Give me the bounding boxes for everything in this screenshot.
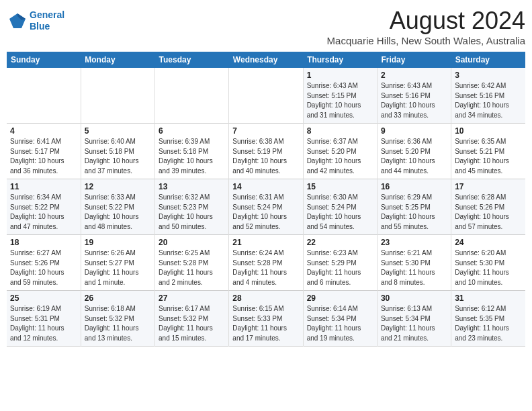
day-detail: Sunrise: 6:24 AM Sunset: 5:28 PM Dayligh… [232,248,299,287]
weekday-header-friday: Friday [377,52,451,68]
calendar-week-row: 18Sunrise: 6:27 AM Sunset: 5:26 PM Dayli… [7,235,525,291]
calendar-body: 1Sunrise: 6:43 AM Sunset: 5:15 PM Daylig… [7,68,525,347]
day-detail: Sunrise: 6:18 AM Sunset: 5:32 PM Dayligh… [85,304,151,343]
month-title: August 2024 [327,7,525,35]
calendar-cell: 6Sunrise: 6:39 AM Sunset: 5:18 PM Daylig… [155,124,229,179]
calendar-cell: 4Sunrise: 6:41 AM Sunset: 5:17 PM Daylig… [7,124,81,179]
day-detail: Sunrise: 6:38 AM Sunset: 5:19 PM Dayligh… [232,137,299,176]
calendar-cell: 27Sunrise: 6:17 AM Sunset: 5:32 PM Dayli… [155,291,229,347]
day-detail: Sunrise: 6:41 AM Sunset: 5:17 PM Dayligh… [10,137,77,176]
calendar-cell: 24Sunrise: 6:20 AM Sunset: 5:30 PM Dayli… [451,235,525,291]
day-detail: Sunrise: 6:42 AM Sunset: 5:16 PM Dayligh… [455,81,522,120]
day-number: 20 [159,238,225,247]
day-detail: Sunrise: 6:35 AM Sunset: 5:21 PM Dayligh… [455,137,522,176]
title-block: August 2024 Macquarie Hills, New South W… [327,7,525,46]
day-detail: Sunrise: 6:27 AM Sunset: 5:26 PM Dayligh… [10,248,77,287]
day-number: 31 [455,293,522,303]
day-detail: Sunrise: 6:30 AM Sunset: 5:24 PM Dayligh… [307,193,373,232]
day-detail: Sunrise: 6:31 AM Sunset: 5:24 PM Dayligh… [232,193,299,232]
calendar-cell: 26Sunrise: 6:18 AM Sunset: 5:32 PM Dayli… [81,291,154,347]
calendar-cell: 17Sunrise: 6:28 AM Sunset: 5:26 PM Dayli… [451,179,525,235]
day-detail: Sunrise: 6:32 AM Sunset: 5:23 PM Dayligh… [159,193,225,232]
day-number: 28 [232,293,299,303]
calendar-week-row: 25Sunrise: 6:19 AM Sunset: 5:31 PM Dayli… [7,291,525,347]
day-detail: Sunrise: 6:21 AM Sunset: 5:30 PM Dayligh… [381,248,447,287]
day-detail: Sunrise: 6:26 AM Sunset: 5:27 PM Dayligh… [85,248,151,287]
day-number: 17 [455,182,522,191]
weekday-header-monday: Monday [81,52,154,68]
day-number: 23 [381,238,447,247]
calendar-cell: 16Sunrise: 6:29 AM Sunset: 5:25 PM Dayli… [377,179,451,235]
day-number: 25 [10,293,77,303]
weekday-header-thursday: Thursday [303,52,377,68]
day-number: 2 [381,71,447,80]
day-number: 21 [232,238,299,247]
calendar-cell: 18Sunrise: 6:27 AM Sunset: 5:26 PM Dayli… [7,235,81,291]
calendar-cell: 12Sunrise: 6:33 AM Sunset: 5:22 PM Dayli… [81,179,154,235]
calendar-cell: 28Sunrise: 6:15 AM Sunset: 5:33 PM Dayli… [229,291,303,347]
calendar-cell [155,68,229,124]
calendar-cell: 25Sunrise: 6:19 AM Sunset: 5:31 PM Dayli… [7,291,81,347]
day-detail: Sunrise: 6:29 AM Sunset: 5:25 PM Dayligh… [381,193,447,232]
day-number: 12 [85,182,151,191]
calendar-cell: 22Sunrise: 6:23 AM Sunset: 5:29 PM Dayli… [303,235,377,291]
day-number: 27 [159,293,225,303]
day-number: 6 [159,126,225,136]
page-header: General Blue August 2024 Macquarie Hills… [7,7,525,46]
day-number: 7 [232,126,299,136]
weekday-header-wednesday: Wednesday [229,52,303,68]
day-detail: Sunrise: 6:15 AM Sunset: 5:33 PM Dayligh… [232,304,299,343]
calendar-cell [81,68,154,124]
day-number: 14 [232,182,299,191]
logo-icon [7,11,27,31]
calendar-cell: 13Sunrise: 6:32 AM Sunset: 5:23 PM Dayli… [155,179,229,235]
day-number: 15 [307,182,373,191]
day-detail: Sunrise: 6:23 AM Sunset: 5:29 PM Dayligh… [307,248,373,287]
calendar-week-row: 1Sunrise: 6:43 AM Sunset: 5:15 PM Daylig… [7,68,525,124]
day-number: 22 [307,238,373,247]
weekday-header-tuesday: Tuesday [155,52,229,68]
day-number: 5 [85,126,151,136]
day-number: 19 [85,238,151,247]
logo-line2: Blue [30,21,64,32]
calendar-cell: 31Sunrise: 6:12 AM Sunset: 5:35 PM Dayli… [451,291,525,347]
day-number: 4 [10,126,77,136]
day-number: 16 [381,182,447,191]
calendar-cell: 11Sunrise: 6:34 AM Sunset: 5:22 PM Dayli… [7,179,81,235]
day-number: 9 [381,126,447,136]
calendar-cell: 29Sunrise: 6:14 AM Sunset: 5:34 PM Dayli… [303,291,377,347]
calendar-cell: 9Sunrise: 6:36 AM Sunset: 5:20 PM Daylig… [377,124,451,179]
weekday-header-saturday: Saturday [451,52,525,68]
calendar-cell: 8Sunrise: 6:37 AM Sunset: 5:20 PM Daylig… [303,124,377,179]
day-detail: Sunrise: 6:13 AM Sunset: 5:34 PM Dayligh… [381,304,447,343]
day-detail: Sunrise: 6:43 AM Sunset: 5:15 PM Dayligh… [307,81,373,120]
day-number: 8 [307,126,373,136]
calendar-cell: 7Sunrise: 6:38 AM Sunset: 5:19 PM Daylig… [229,124,303,179]
day-number: 24 [455,238,522,247]
calendar-cell: 3Sunrise: 6:42 AM Sunset: 5:16 PM Daylig… [451,68,525,124]
calendar-cell: 30Sunrise: 6:13 AM Sunset: 5:34 PM Dayli… [377,291,451,347]
day-number: 29 [307,293,373,303]
day-detail: Sunrise: 6:14 AM Sunset: 5:34 PM Dayligh… [307,304,373,343]
calendar-cell: 1Sunrise: 6:43 AM Sunset: 5:15 PM Daylig… [303,68,377,124]
calendar-cell: 19Sunrise: 6:26 AM Sunset: 5:27 PM Dayli… [81,235,154,291]
day-detail: Sunrise: 6:33 AM Sunset: 5:22 PM Dayligh… [85,193,151,232]
calendar-cell: 23Sunrise: 6:21 AM Sunset: 5:30 PM Dayli… [377,235,451,291]
day-number: 10 [455,126,522,136]
day-detail: Sunrise: 6:39 AM Sunset: 5:18 PM Dayligh… [159,137,225,176]
calendar-week-row: 4Sunrise: 6:41 AM Sunset: 5:17 PM Daylig… [7,124,525,179]
day-detail: Sunrise: 6:36 AM Sunset: 5:20 PM Dayligh… [381,137,447,176]
day-detail: Sunrise: 6:43 AM Sunset: 5:16 PM Dayligh… [381,81,447,120]
day-detail: Sunrise: 6:25 AM Sunset: 5:28 PM Dayligh… [159,248,225,287]
calendar-table: SundayMondayTuesdayWednesdayThursdayFrid… [7,52,525,347]
day-detail: Sunrise: 6:19 AM Sunset: 5:31 PM Dayligh… [10,304,77,343]
day-detail: Sunrise: 6:12 AM Sunset: 5:35 PM Dayligh… [455,304,522,343]
calendar-cell: 14Sunrise: 6:31 AM Sunset: 5:24 PM Dayli… [229,179,303,235]
logo: General Blue [7,9,64,32]
day-detail: Sunrise: 6:20 AM Sunset: 5:30 PM Dayligh… [455,248,522,287]
day-detail: Sunrise: 6:17 AM Sunset: 5:32 PM Dayligh… [159,304,225,343]
logo-line1: General [30,9,64,21]
day-number: 18 [10,238,77,247]
logo-text: General Blue [30,9,64,32]
day-detail: Sunrise: 6:34 AM Sunset: 5:22 PM Dayligh… [10,193,77,232]
